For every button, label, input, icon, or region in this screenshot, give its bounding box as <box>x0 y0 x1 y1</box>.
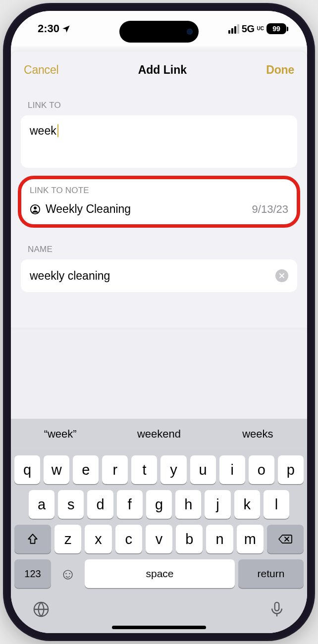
svg-point-1 <box>34 206 37 209</box>
screen: 2:30 5GUC 99 Cancel Add Link Done LINK T… <box>11 11 307 633</box>
emoji-key[interactable]: ☺ <box>54 559 81 588</box>
key-v[interactable]: v <box>146 525 172 553</box>
key-row-1: q w e r t y u i o p <box>11 455 307 484</box>
text-cursor <box>57 124 58 137</box>
dynamic-island <box>119 21 199 43</box>
key-u[interactable]: u <box>190 455 216 484</box>
note-title: Weekly Cleaning <box>46 202 247 216</box>
key-m[interactable]: m <box>237 525 264 553</box>
status-time: 2:30 <box>38 22 59 35</box>
add-link-sheet: Cancel Add Link Done LINK TO week LINK T… <box>11 51 307 328</box>
link-to-note-label: LINK TO NOTE <box>30 186 288 196</box>
suggestion-3[interactable]: weeks <box>209 428 307 441</box>
key-w[interactable]: w <box>44 455 69 484</box>
battery-icon: 99 <box>266 23 286 34</box>
suggestion-2[interactable]: weekend <box>109 428 208 441</box>
shift-key[interactable] <box>14 525 51 553</box>
link-to-input[interactable]: week <box>21 115 297 168</box>
numbers-key[interactable]: 123 <box>14 559 51 588</box>
key-l[interactable]: l <box>264 490 289 519</box>
done-button[interactable]: Done <box>266 63 294 77</box>
shared-note-icon <box>30 204 41 215</box>
battery-level: 99 <box>272 25 280 33</box>
key-e[interactable]: e <box>73 455 99 484</box>
key-row-3: z x c v b n m <box>11 525 307 553</box>
sheet-title: Add Link <box>138 63 187 77</box>
space-key[interactable]: space <box>85 559 235 588</box>
key-c[interactable]: c <box>115 525 142 553</box>
name-value: weekly cleaning <box>30 269 110 283</box>
key-row-2: a s d f g h j k l <box>11 490 307 519</box>
key-f[interactable]: f <box>117 490 143 519</box>
note-date: 9/13/23 <box>252 203 288 216</box>
key-n[interactable]: n <box>206 525 233 553</box>
status-time-wrap: 2:30 <box>38 22 71 35</box>
backspace-key[interactable] <box>267 525 304 553</box>
signal-icon <box>228 24 239 34</box>
globe-icon[interactable] <box>33 601 50 618</box>
spacer <box>11 292 307 328</box>
key-r[interactable]: r <box>102 455 128 484</box>
key-z[interactable]: z <box>54 525 81 553</box>
svg-rect-3 <box>275 602 279 611</box>
keyboard-bottom-bar <box>11 588 307 623</box>
keyboard: “week” weekend weeks q w e r t y u i o p… <box>11 419 307 633</box>
return-key[interactable]: return <box>238 559 304 588</box>
suggestion-bar: “week” weekend weeks <box>11 419 307 449</box>
name-label: NAME <box>11 225 307 259</box>
dictation-icon[interactable] <box>268 601 285 618</box>
key-x[interactable]: x <box>85 525 111 553</box>
suggestion-1[interactable]: “week” <box>11 428 109 441</box>
key-a[interactable]: a <box>29 490 54 519</box>
link-to-note-suggestion[interactable]: LINK TO NOTE Weekly Cleaning 9/13/23 <box>21 179 297 225</box>
shift-icon <box>26 533 39 545</box>
network-label: 5G <box>242 23 255 35</box>
key-h[interactable]: h <box>175 490 201 519</box>
note-row[interactable]: Weekly Cleaning 9/13/23 <box>30 202 288 216</box>
key-j[interactable]: j <box>205 490 230 519</box>
status-right: 5GUC 99 <box>228 23 286 35</box>
device-frame: 2:30 5GUC 99 Cancel Add Link Done LINK T… <box>3 3 315 641</box>
key-q[interactable]: q <box>14 455 40 484</box>
key-o[interactable]: o <box>249 455 274 484</box>
key-y[interactable]: y <box>160 455 186 484</box>
key-t[interactable]: t <box>131 455 157 484</box>
key-g[interactable]: g <box>146 490 172 519</box>
clear-button[interactable] <box>275 269 288 282</box>
key-s[interactable]: s <box>58 490 84 519</box>
key-d[interactable]: d <box>87 490 113 519</box>
link-to-label: LINK TO <box>11 86 307 115</box>
location-icon <box>61 24 71 34</box>
key-p[interactable]: p <box>278 455 304 484</box>
backspace-icon <box>278 533 293 545</box>
nav-bar: Cancel Add Link Done <box>11 51 307 86</box>
key-b[interactable]: b <box>176 525 203 553</box>
network-sub: UC <box>257 27 264 31</box>
annotation-highlight <box>18 176 300 228</box>
key-i[interactable]: i <box>219 455 245 484</box>
name-input[interactable]: weekly cleaning <box>21 259 297 292</box>
cancel-button[interactable]: Cancel <box>24 63 58 77</box>
key-k[interactable]: k <box>234 490 260 519</box>
camera-dot <box>187 29 193 35</box>
close-icon <box>279 273 285 279</box>
home-indicator[interactable] <box>112 626 206 629</box>
key-row-bottom: 123 ☺ space return <box>11 559 307 588</box>
link-to-value: week <box>30 124 56 138</box>
